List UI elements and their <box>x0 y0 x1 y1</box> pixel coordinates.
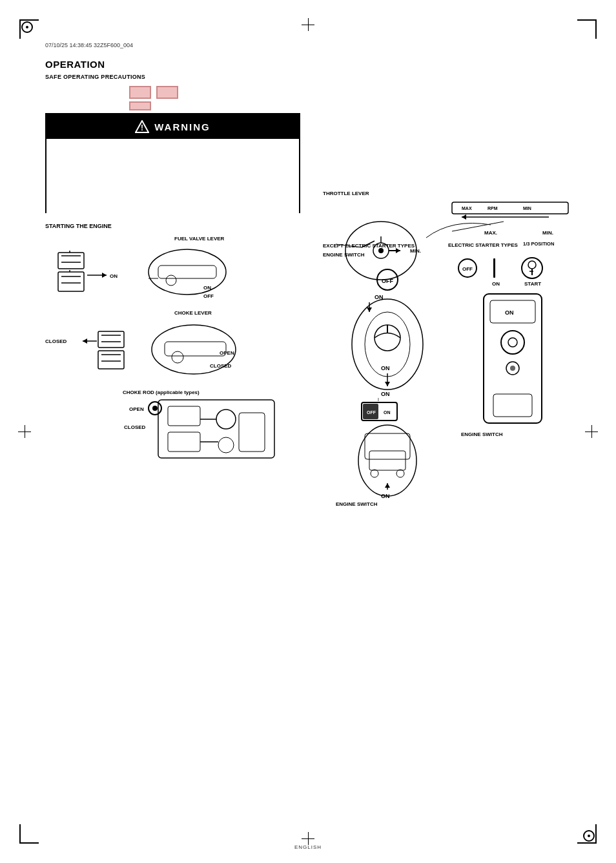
svg-text:MIN: MIN <box>523 206 531 211</box>
svg-point-86 <box>396 470 404 477</box>
svg-text:MAX.: MAX. <box>484 230 497 236</box>
svg-marker-40 <box>83 338 87 344</box>
svg-text:ENGINE SWITCH: ENGINE SWITCH <box>461 432 503 437</box>
svg-text:CLOSED: CLOSED <box>45 338 67 344</box>
electric-starter-diagram: OFF ON START ON <box>448 252 568 497</box>
svg-point-96 <box>528 261 536 269</box>
svg-rect-61 <box>239 413 265 452</box>
choke-lever-area: CHOKE LEVER CLOSED <box>45 310 323 384</box>
choke-lever-label: CHOKE LEVER <box>174 310 323 316</box>
svg-rect-48 <box>165 342 226 356</box>
svg-text:ON: ON <box>492 281 500 287</box>
svg-text:ON: ON <box>381 493 390 499</box>
svg-text:ON: ON <box>384 410 391 415</box>
reg-circle-tl <box>21 21 33 33</box>
crosshair-right <box>585 425 598 438</box>
fuel-valve-diagram: ON ON OFF <box>45 243 297 301</box>
svg-point-85 <box>371 470 378 477</box>
svg-marker-7 <box>462 214 466 220</box>
electric-starter-section: ELECTRIC STARTER TYPES OFF ON START <box>448 242 571 500</box>
svg-point-49 <box>172 351 183 363</box>
svg-rect-93 <box>493 258 495 278</box>
corner-mark-bl <box>19 824 39 844</box>
engine-switch-except-diagram: OFF ON ON ON <box>323 260 452 506</box>
crosshair-top <box>302 18 314 31</box>
svg-text:CLOSED: CLOSED <box>124 424 146 430</box>
english-label: ENGLISH <box>294 844 322 850</box>
svg-text:ON: ON <box>381 365 390 371</box>
choke-lever-diagram: CLOSED OPEN <box>45 317 297 382</box>
svg-point-59 <box>216 410 236 429</box>
svg-text:OPEN: OPEN <box>129 406 144 412</box>
except-electric-section: EXCEPT ELECTRIC STARTER TYPES ENGINE SWI… <box>323 242 465 508</box>
icon-box-1 <box>129 86 151 99</box>
svg-marker-75 <box>385 382 390 386</box>
svg-text:ON: ON <box>505 309 514 316</box>
warning-triangle-icon: ! <box>135 120 149 133</box>
svg-marker-89 <box>385 483 390 488</box>
reg-circle-br <box>583 830 595 842</box>
choke-rod-area: CHOKE ROD (applicable types) OPEN CLOSED <box>123 390 323 483</box>
svg-text:MIN.: MIN. <box>542 230 553 236</box>
page: 07/10/25 14:38:45 32Z5F600_004 OPERATION… <box>0 0 616 863</box>
svg-point-54 <box>152 406 158 411</box>
svg-rect-41 <box>98 331 124 348</box>
icon-boxes-group <box>129 86 178 110</box>
starting-engine-section: STARTING THE ENGINE FUEL VALVE LEVER ON <box>45 223 323 483</box>
file-timestamp: 07/10/25 14:38:45 32Z5F600_004 <box>45 42 571 48</box>
svg-text:MAX: MAX <box>462 206 472 211</box>
svg-text:OFF: OFF <box>203 293 214 299</box>
svg-rect-56 <box>158 400 274 458</box>
safe-operating-subtitle: SAFE OPERATING PRECAUTIONS <box>45 74 571 80</box>
warning-box: ! WARNING <box>45 113 300 213</box>
svg-text:ON: ON <box>381 391 390 397</box>
svg-rect-28 <box>58 272 84 291</box>
svg-point-103 <box>501 331 524 354</box>
svg-rect-107 <box>493 394 532 417</box>
svg-text:ENGINE SWITCH: ENGINE SWITCH <box>336 501 378 506</box>
svg-rect-44 <box>98 351 124 369</box>
svg-point-34 <box>166 275 176 286</box>
svg-text:OFF: OFF <box>462 266 473 272</box>
svg-rect-21 <box>58 253 84 269</box>
throttle-lever-label: THROTTLE LEVER <box>323 191 575 196</box>
fuel-valve-label: FUEL VALVE LEVER <box>174 236 323 242</box>
svg-rect-33 <box>158 265 216 278</box>
svg-text:ON: ON <box>203 285 211 291</box>
engine-switch-label-center: ENGINE SWITCH <box>323 252 465 258</box>
crosshair-bottom <box>302 832 314 845</box>
icon-box-3 <box>129 101 151 110</box>
svg-text:RPM: RPM <box>488 206 498 211</box>
svg-point-104 <box>508 338 517 347</box>
except-electric-label: EXCEPT ELECTRIC STARTER TYPES <box>323 242 465 249</box>
svg-point-60 <box>218 437 234 453</box>
electric-starter-label: ELECTRIC STARTER TYPES <box>448 242 571 248</box>
svg-rect-83 <box>365 433 410 459</box>
starting-engine-title: STARTING THE ENGINE <box>45 223 323 229</box>
svg-text:START: START <box>524 281 541 287</box>
svg-text:OFF: OFF <box>367 410 376 415</box>
fuel-valve-area: FUEL VALVE LEVER ON <box>45 236 323 304</box>
svg-text:!: ! <box>141 123 143 132</box>
svg-rect-58 <box>168 432 200 452</box>
svg-text:OPEN: OPEN <box>220 350 234 356</box>
main-title: OPERATION <box>45 59 571 70</box>
svg-text:CLOSED: CLOSED <box>210 363 232 369</box>
svg-marker-68 <box>367 307 372 312</box>
svg-marker-26 <box>102 273 107 278</box>
svg-text:I: I <box>378 397 379 402</box>
svg-point-106 <box>510 366 515 371</box>
icon-box-2 <box>156 86 178 99</box>
svg-rect-57 <box>168 406 200 426</box>
svg-text:ON: ON <box>110 273 118 279</box>
svg-point-32 <box>149 249 226 295</box>
svg-text:OFF: OFF <box>382 278 393 284</box>
svg-rect-84 <box>369 451 406 470</box>
warning-content <box>46 139 299 214</box>
corner-mark-tr <box>577 19 597 39</box>
warning-header: ! WARNING <box>46 114 299 139</box>
choke-rod-diagram: OPEN CLOSED <box>123 397 291 481</box>
choke-rod-label: CHOKE ROD (applicable types) <box>123 390 323 395</box>
warning-label: WARNING <box>154 121 210 132</box>
crosshair-left <box>18 425 31 438</box>
